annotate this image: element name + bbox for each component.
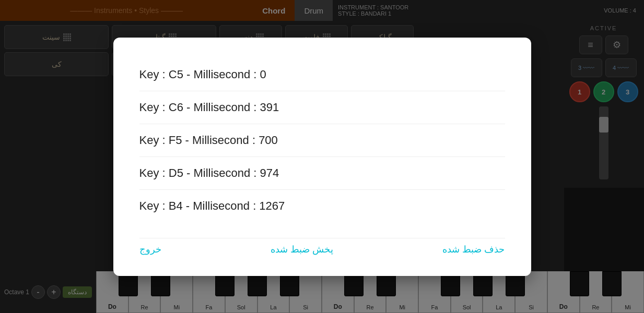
modal-entry: Key : F5 - Millisecond : 700 <box>139 124 505 157</box>
modal-actions: خروج پخش ضبط شده حذف ضبط شده <box>139 238 505 255</box>
modal-entry: Key : C6 - Millisecond : 391 <box>139 91 505 124</box>
modal-entries: Key : C5 - Millisecond : 0Key : C6 - Mil… <box>139 58 505 222</box>
modal-overlay: Key : C5 - Millisecond : 0Key : C6 - Mil… <box>0 0 644 313</box>
delete-recorded-button[interactable]: حذف ضبط شده <box>442 244 505 255</box>
play-recorded-button[interactable]: پخش ضبط شده <box>271 244 333 255</box>
modal-entry: Key : B4 - Millisecond : 1267 <box>139 190 505 222</box>
modal-dialog: Key : C5 - Millisecond : 0Key : C6 - Mil… <box>113 38 531 276</box>
modal-entry: Key : D5 - Millisecond : 974 <box>139 157 505 190</box>
exit-button[interactable]: خروج <box>139 244 161 255</box>
modal-entry: Key : C5 - Millisecond : 0 <box>139 58 505 91</box>
